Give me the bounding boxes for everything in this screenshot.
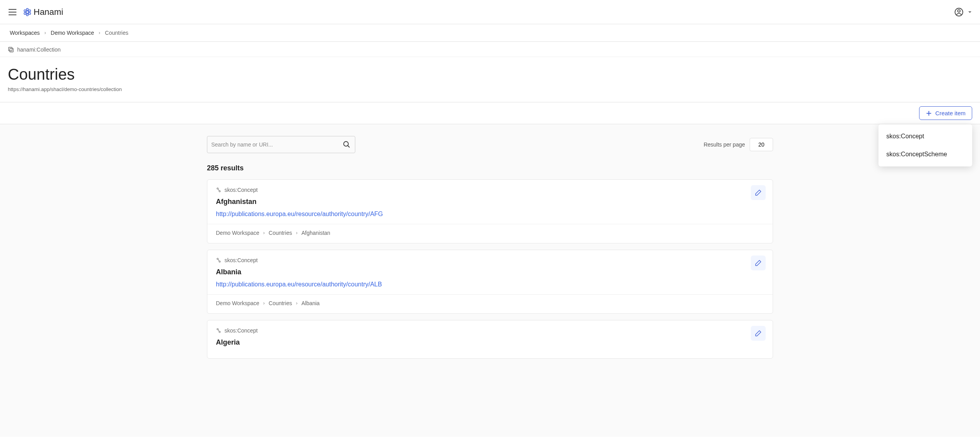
svg-point-15	[217, 188, 219, 190]
card-type-label: skos:Concept	[225, 327, 258, 334]
breadcrumb-item-workspaces[interactable]: Workspaces	[10, 30, 40, 36]
card-breadcrumb: Demo Workspace›Countries›Albania	[216, 300, 764, 306]
account-icon	[954, 7, 964, 17]
svg-point-1	[27, 8, 29, 10]
result-card[interactable]: skos:ConceptAlbaniahttp://publications.e…	[207, 250, 773, 314]
concept-icon	[216, 257, 221, 263]
plus-icon	[926, 110, 932, 116]
chevron-right-icon: ›	[296, 230, 298, 236]
create-item-button[interactable]: Create item	[919, 106, 972, 120]
page-header: hanami:Collection Countries https://hana…	[0, 42, 980, 102]
card-title: Algeria	[216, 338, 764, 347]
svg-point-22	[219, 331, 221, 333]
svg-point-13	[344, 141, 348, 146]
pager-label: Results per page	[704, 141, 745, 148]
breadcrumb-item-workspace[interactable]: Demo Workspace	[51, 30, 94, 36]
chevron-right-icon: ›	[45, 30, 46, 36]
svg-point-0	[26, 11, 29, 13]
brand-name: Hanami	[34, 7, 63, 17]
pager: Results per page	[704, 138, 773, 151]
result-card[interactable]: skos:ConceptAlgeria	[207, 320, 773, 359]
card-uri[interactable]: http://publications.europa.eu/resource/a…	[216, 281, 764, 288]
edit-button[interactable]	[751, 256, 766, 270]
card-breadcrumb-item[interactable]: Albania	[301, 300, 320, 306]
chevron-right-icon: ›	[263, 230, 265, 236]
card-type: skos:Concept	[216, 257, 764, 263]
svg-point-18	[217, 258, 219, 260]
card-breadcrumb: Demo Workspace›Countries›Afghanistan	[216, 230, 764, 236]
svg-point-4	[27, 14, 29, 16]
create-item-dropdown: skos:Concept skos:ConceptScheme	[878, 124, 972, 166]
svg-rect-9	[9, 47, 12, 51]
card-uri[interactable]: http://publications.europa.eu/resource/a…	[216, 211, 764, 218]
card-type: skos:Concept	[216, 327, 764, 334]
topbar: Hanami	[0, 0, 980, 24]
card-breadcrumb-item[interactable]: Afghanistan	[301, 230, 330, 236]
svg-point-5	[24, 13, 26, 14]
topbar-left: Hanami	[8, 7, 63, 17]
svg-line-14	[348, 146, 350, 148]
search-row: Results per page	[207, 136, 773, 153]
svg-point-2	[29, 10, 31, 12]
concept-icon	[216, 328, 221, 333]
edit-button[interactable]	[751, 326, 766, 341]
svg-point-21	[217, 329, 219, 330]
brand[interactable]: Hanami	[23, 7, 63, 17]
card-type-label: skos:Concept	[225, 257, 258, 263]
pencil-icon	[755, 189, 762, 196]
card-type: skos:Concept	[216, 187, 764, 193]
svg-point-16	[219, 191, 221, 192]
svg-point-8	[958, 9, 960, 12]
results-count: 285 results	[207, 164, 773, 172]
collection-type: hanami:Collection	[8, 46, 972, 53]
svg-point-19	[219, 261, 221, 263]
breadcrumb: Workspaces › Demo Workspace › Countries	[0, 24, 980, 42]
search-input[interactable]	[211, 141, 342, 148]
content-area: Results per page 285 results skos:Concep…	[0, 124, 980, 437]
concept-icon	[216, 187, 221, 193]
svg-line-23	[218, 330, 219, 331]
chevron-right-icon: ›	[263, 300, 265, 306]
collection-type-label: hanami:Collection	[17, 46, 61, 53]
dropdown-item-concept-scheme[interactable]: skos:ConceptScheme	[878, 145, 972, 163]
svg-line-17	[218, 189, 219, 191]
svg-rect-10	[10, 48, 13, 52]
card-breadcrumb-item[interactable]: Demo Workspace	[216, 300, 259, 306]
card-title: Albania	[216, 268, 764, 276]
chevron-right-icon: ›	[296, 300, 298, 306]
dropdown-item-concept[interactable]: skos:Concept	[878, 127, 972, 145]
create-item-label: Create item	[935, 110, 966, 116]
pager-input[interactable]	[750, 138, 773, 151]
svg-point-6	[24, 10, 26, 12]
edit-button[interactable]	[751, 185, 766, 200]
page-title: Countries	[8, 66, 972, 83]
result-card[interactable]: skos:ConceptAfghanistanhttp://publicatio…	[207, 179, 773, 243]
account-menu[interactable]	[954, 7, 972, 17]
chevron-right-icon: ›	[99, 30, 100, 36]
card-breadcrumb-item[interactable]: Countries	[269, 230, 292, 236]
pencil-icon	[755, 330, 762, 337]
page-uri: https://hanami.app/shacl/demo-countries/…	[8, 86, 972, 92]
card-breadcrumb-item[interactable]: Countries	[269, 300, 292, 306]
collection-icon	[8, 46, 14, 53]
menu-button[interactable]	[8, 7, 17, 17]
breadcrumb-item-current[interactable]: Countries	[105, 30, 128, 36]
svg-line-20	[218, 259, 219, 261]
pencil-icon	[755, 259, 762, 266]
chevron-down-icon	[968, 10, 972, 14]
hanami-logo-icon	[23, 7, 32, 17]
svg-point-3	[29, 13, 31, 14]
card-title: Afghanistan	[216, 198, 764, 206]
card-type-label: skos:Concept	[225, 187, 258, 193]
card-breadcrumb-item[interactable]: Demo Workspace	[216, 230, 259, 236]
search-box[interactable]	[207, 136, 355, 153]
toolbar: Create item skos:Concept skos:ConceptSch…	[0, 102, 980, 124]
search-icon[interactable]	[342, 140, 351, 149]
